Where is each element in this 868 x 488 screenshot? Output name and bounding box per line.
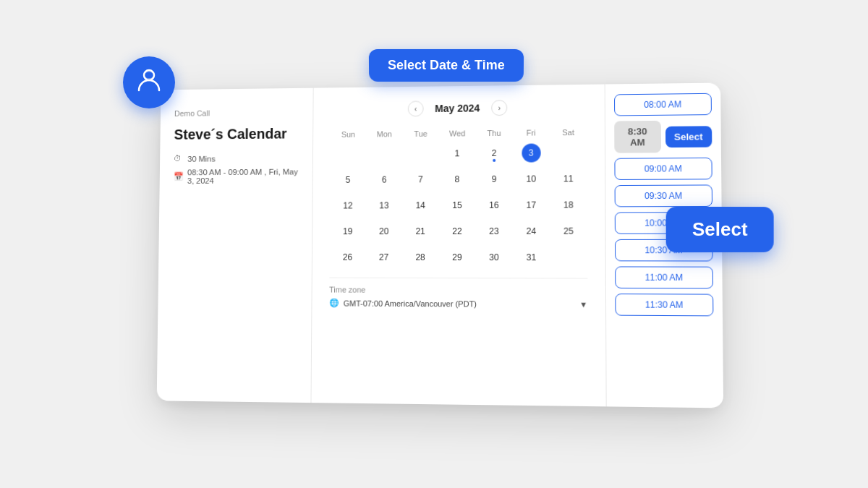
header-tooltip: Select Date & Time xyxy=(369,48,524,81)
clock-icon: ⏱ xyxy=(174,154,184,164)
weekday-header: Sat xyxy=(550,124,587,139)
sidebar: Demo Call Steve´s Calendar ⏱ 30 Mins 📅 0… xyxy=(157,87,314,402)
duration-text: 30 Mins xyxy=(187,154,216,163)
calendar-day xyxy=(402,140,439,166)
calendar-day[interactable]: 3 xyxy=(513,140,550,166)
select-button[interactable]: Select xyxy=(666,206,774,252)
prev-month-button[interactable]: ‹ xyxy=(408,100,424,116)
calendar-day[interactable]: 11 xyxy=(550,166,587,192)
calendar-day[interactable]: 6 xyxy=(366,166,402,192)
calendar-day[interactable]: 21 xyxy=(402,218,439,244)
sidebar-meta: ⏱ 30 Mins 📅 08:30 AM - 09:00 AM , Fri, M… xyxy=(174,153,299,184)
calendar-grid: SunMonTueWedThuFriSat 123567891011121314… xyxy=(329,124,587,270)
calendar-day[interactable]: 2 xyxy=(476,140,513,166)
weekday-header: Fri xyxy=(513,125,550,140)
scene: Select Date & Time Demo Call Steve´s Cal… xyxy=(109,42,760,447)
select-label: Select xyxy=(692,218,748,239)
calendar-day[interactable]: 28 xyxy=(402,244,439,270)
user-icon xyxy=(135,66,163,98)
calendar-day[interactable]: 19 xyxy=(330,218,366,244)
calendar-day[interactable]: 8 xyxy=(439,166,476,192)
calendar-section: ‹ May 2024 › SunMonTueWedThuFriSat 12356… xyxy=(311,84,606,406)
calendar-day[interactable]: 5 xyxy=(330,166,366,192)
chevron-down-icon: ▼ xyxy=(579,299,587,308)
calendar-day[interactable]: 9 xyxy=(475,166,512,192)
time-text: 08:30 AM - 09:00 AM , Fri, May 3, 2024 xyxy=(187,167,299,184)
tz-label: Time zone xyxy=(329,285,587,294)
demo-label: Demo Call xyxy=(174,108,299,118)
time-slot-confirm-button[interactable]: Select xyxy=(665,125,712,147)
booking-card: Demo Call Steve´s Calendar ⏱ 30 Mins 📅 0… xyxy=(157,82,723,408)
calendar-day[interactable]: 25 xyxy=(550,218,587,244)
next-month-button[interactable]: › xyxy=(491,100,507,116)
calendar-day xyxy=(330,141,366,167)
calendar-day xyxy=(550,244,587,270)
weekday-header: Tue xyxy=(402,126,438,140)
calendar-day[interactable]: 20 xyxy=(366,218,402,244)
time-slot[interactable]: 11:30 AM xyxy=(615,294,713,316)
svg-rect-1 xyxy=(144,72,154,79)
calendar-day[interactable]: 1 xyxy=(439,140,476,166)
calendar-day[interactable]: 23 xyxy=(475,218,512,244)
calendar-name: Steve´s Calendar xyxy=(174,124,298,142)
calendar-day xyxy=(366,141,402,167)
time-slot[interactable]: 09:00 AM xyxy=(614,157,712,179)
calendar-day[interactable]: 17 xyxy=(513,192,550,218)
time-slot-selected[interactable]: 8:30 AM xyxy=(614,120,660,153)
calendar-day[interactable]: 7 xyxy=(402,166,439,192)
calendar-day[interactable]: 24 xyxy=(513,218,550,244)
month-label: May 2024 xyxy=(435,102,480,114)
calendar-day[interactable]: 16 xyxy=(475,192,512,218)
calendar-icon: 📅 xyxy=(174,171,184,181)
weekday-header: Sun xyxy=(331,127,367,141)
time-slot[interactable]: 11:00 AM xyxy=(615,266,713,288)
time-slot[interactable]: 09:30 AM xyxy=(615,184,713,207)
calendar-day[interactable]: 12 xyxy=(330,192,366,218)
calendar-day[interactable]: 10 xyxy=(513,166,550,192)
calendar-day[interactable]: 27 xyxy=(365,244,401,270)
timezone-section: Time zone 🌐 GMT-07:00 America/Vancouver … xyxy=(329,277,587,309)
timezone-select[interactable]: 🌐 GMT-07:00 America/Vancouver (PDT) ▼ xyxy=(329,298,587,309)
calendar-day[interactable]: 26 xyxy=(329,244,365,270)
calendar-day[interactable]: 30 xyxy=(475,244,512,270)
time-slot[interactable]: 08:00 AM xyxy=(614,93,712,116)
calendar-day[interactable]: 14 xyxy=(402,192,439,218)
avatar xyxy=(123,56,175,108)
weekday-header: Thu xyxy=(476,125,513,140)
calendar-day[interactable]: 22 xyxy=(439,218,476,244)
globe-icon: 🌐 xyxy=(329,298,339,307)
calendar-header: ‹ May 2024 › xyxy=(331,98,587,117)
header-title: Select Date & Time xyxy=(388,58,505,72)
duration-row: ⏱ 30 Mins xyxy=(174,153,298,163)
time-slot-selected-row: 8:30 AMSelect xyxy=(614,120,712,153)
calendar-day[interactable]: 31 xyxy=(513,244,550,270)
timezone-value: GMT-07:00 America/Vancouver (PDT) xyxy=(344,299,477,308)
calendar-day[interactable]: 13 xyxy=(366,192,402,218)
calendar-day[interactable]: 15 xyxy=(439,192,476,218)
calendar-day xyxy=(550,139,587,165)
weekday-header: Mon xyxy=(366,127,402,141)
calendar-day[interactable]: 18 xyxy=(550,192,587,218)
weekday-header: Wed xyxy=(439,126,476,140)
time-row: 📅 08:30 AM - 09:00 AM , Fri, May 3, 2024 xyxy=(174,167,299,184)
calendar-day[interactable]: 29 xyxy=(438,244,475,270)
